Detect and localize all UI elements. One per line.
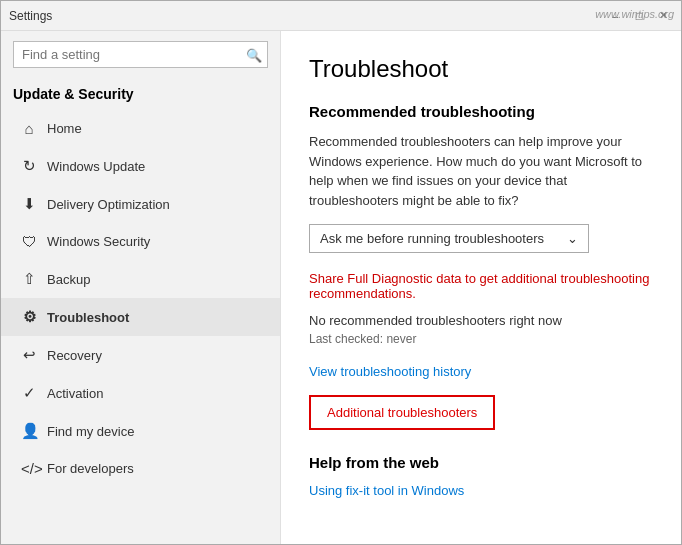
window-controls: – □ ✕ xyxy=(605,6,673,26)
sidebar-section-title: Update & Security xyxy=(1,78,280,110)
sidebar-item-label: Recovery xyxy=(47,348,102,363)
main-panel: Troubleshoot Recommended troubleshooting… xyxy=(281,31,681,544)
description-text: Recommended troubleshooters can help imp… xyxy=(309,132,653,210)
fix-it-link[interactable]: Using fix-it tool in Windows xyxy=(309,483,653,498)
settings-window: Settings – □ ✕ 🔍 Update & Security ⌂ xyxy=(0,0,682,545)
home-icon: ⌂ xyxy=(21,120,37,137)
minimize-button[interactable]: – xyxy=(605,6,625,26)
troubleshoot-icon: ⚙ xyxy=(21,308,37,326)
sidebar-item-label: Activation xyxy=(47,386,103,401)
additional-troubleshooters-button[interactable]: Additional troubleshooters xyxy=(309,395,495,430)
sidebar-item-for-developers[interactable]: </> For developers xyxy=(1,450,280,487)
page-title: Troubleshoot xyxy=(309,55,653,83)
sidebar-item-label: Backup xyxy=(47,272,90,287)
window-title: Settings xyxy=(9,9,605,23)
last-checked-text: Last checked: never xyxy=(309,332,653,346)
status-text: No recommended troubleshooters right now xyxy=(309,313,653,328)
shield-icon: 🛡 xyxy=(21,233,37,250)
section-recommended-title: Recommended troubleshooting xyxy=(309,103,653,120)
activation-icon: ✓ xyxy=(21,384,37,402)
sidebar-item-windows-update[interactable]: ↻ Windows Update xyxy=(1,147,280,185)
sidebar-item-activation[interactable]: ✓ Activation xyxy=(1,374,280,412)
sidebar-item-label: Windows Security xyxy=(47,234,150,249)
main-content-area: 🔍 Update & Security ⌂ Home ↻ Windows Upd… xyxy=(1,31,681,544)
sidebar-item-delivery-optimization[interactable]: ⬇ Delivery Optimization xyxy=(1,185,280,223)
sidebar: 🔍 Update & Security ⌂ Home ↻ Windows Upd… xyxy=(1,31,281,544)
chevron-down-icon: ⌄ xyxy=(567,231,578,246)
developers-icon: </> xyxy=(21,460,37,477)
sidebar-item-label: Find my device xyxy=(47,424,134,439)
sidebar-item-label: Windows Update xyxy=(47,159,145,174)
backup-icon: ⇧ xyxy=(21,270,37,288)
diagnostic-link[interactable]: Share Full Diagnostic data to get additi… xyxy=(309,271,653,301)
sidebar-item-label: Troubleshoot xyxy=(47,310,129,325)
view-history-link[interactable]: View troubleshooting history xyxy=(309,364,653,379)
help-from-web-title: Help from the web xyxy=(309,454,653,471)
sidebar-item-recovery[interactable]: ↩ Recovery xyxy=(1,336,280,374)
recovery-icon: ↩ xyxy=(21,346,37,364)
sidebar-item-label: Home xyxy=(47,121,82,136)
sidebar-item-label: Delivery Optimization xyxy=(47,197,170,212)
sidebar-item-windows-security[interactable]: 🛡 Windows Security xyxy=(1,223,280,260)
delivery-icon: ⬇ xyxy=(21,195,37,213)
search-input[interactable] xyxy=(13,41,268,68)
dropdown-label: Ask me before running troubleshooters xyxy=(320,231,544,246)
sidebar-item-backup[interactable]: ⇧ Backup xyxy=(1,260,280,298)
close-button[interactable]: ✕ xyxy=(653,6,673,26)
maximize-button[interactable]: □ xyxy=(629,6,649,26)
sidebar-item-find-my-device[interactable]: 👤 Find my device xyxy=(1,412,280,450)
troubleshoot-dropdown[interactable]: Ask me before running troubleshooters ⌄ xyxy=(309,224,589,253)
sidebar-item-label: For developers xyxy=(47,461,134,476)
sidebar-item-troubleshoot[interactable]: ⚙ Troubleshoot xyxy=(1,298,280,336)
search-icon: 🔍 xyxy=(246,47,262,62)
search-wrapper: 🔍 xyxy=(13,41,268,68)
find-device-icon: 👤 xyxy=(21,422,37,440)
search-area: 🔍 xyxy=(1,31,280,78)
title-bar: Settings – □ ✕ xyxy=(1,1,681,31)
sidebar-item-home[interactable]: ⌂ Home xyxy=(1,110,280,147)
update-icon: ↻ xyxy=(21,157,37,175)
